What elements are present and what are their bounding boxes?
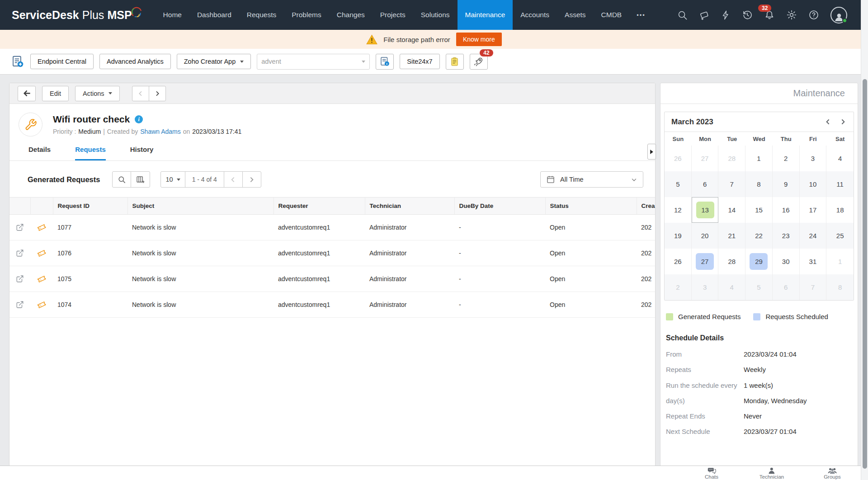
table-search-button[interactable] [112, 171, 131, 188]
know-more-button[interactable]: Know more [456, 33, 502, 46]
calendar-day[interactable]: 7 [800, 274, 827, 300]
calendar-day[interactable]: 5 [745, 274, 773, 300]
calendar-day[interactable]: 15 [745, 197, 773, 223]
calendar-day[interactable]: 27 [692, 146, 719, 171]
calendar-day[interactable]: 27 [692, 249, 719, 274]
calendar-day[interactable]: 29 [745, 249, 773, 274]
edit-button[interactable]: Edit [42, 86, 69, 101]
user-avatar[interactable] [830, 7, 847, 24]
create-ticket-icon[interactable] [699, 10, 709, 20]
calendar-day[interactable]: 20 [692, 223, 719, 249]
zoho-creator-dropdown[interactable]: Zoho Creator App [177, 54, 251, 69]
nav-item-solutions[interactable]: Solutions [413, 0, 458, 30]
nav-item-requests[interactable]: Requests [239, 0, 284, 30]
site24x7-button[interactable]: Site24x7 [400, 54, 439, 69]
nav-item-home[interactable]: Home [156, 0, 189, 30]
integration-search-input[interactable] [261, 58, 362, 65]
calendar-day[interactable]: 12 [665, 197, 692, 223]
calendar-day[interactable]: 25 [826, 223, 854, 249]
calendar-day[interactable]: 5 [665, 171, 692, 197]
open-request-cell[interactable] [9, 266, 30, 292]
calendar-day[interactable]: 3 [692, 274, 719, 300]
calendar-day[interactable]: 6 [773, 274, 800, 300]
nav-item-maintenance[interactable]: Maintenance [458, 0, 513, 30]
time-filter-dropdown[interactable]: All Time [540, 171, 643, 188]
tab-details[interactable]: Details [28, 146, 51, 160]
info-icon[interactable]: i [135, 115, 143, 123]
column-chooser-button[interactable] [131, 171, 150, 188]
nav-item-changes[interactable]: Changes [329, 0, 373, 30]
tab-history[interactable]: History [130, 146, 154, 160]
calendar-day[interactable]: 2 [773, 146, 800, 171]
release-notes-button[interactable] [446, 54, 464, 70]
nav-more-button[interactable]: ••• [629, 12, 653, 19]
calendar-day[interactable]: 1 [826, 249, 854, 274]
calendar-day[interactable]: 2 [665, 274, 692, 300]
next-page-button[interactable] [242, 171, 261, 188]
page-size-dropdown[interactable]: 10 [160, 171, 185, 188]
calendar-prev-button[interactable] [824, 118, 832, 126]
whats-new-rocket-button[interactable]: 42 [470, 54, 488, 70]
calendar-day[interactable]: 26 [665, 249, 692, 274]
quick-actions-icon[interactable] [721, 10, 731, 20]
nav-item-problems[interactable]: Problems [284, 0, 329, 30]
nav-item-dashboard[interactable]: Dashboard [189, 0, 239, 30]
table-row[interactable]: 1076Network is slowadventcustomreq1Admin… [9, 240, 655, 266]
calendar-day[interactable]: 13 [692, 197, 719, 223]
sidebar-collapse-toggle[interactable] [647, 144, 656, 160]
nav-item-assets[interactable]: Assets [557, 0, 594, 30]
calendar-day[interactable]: 1 [745, 146, 773, 171]
back-button[interactable] [18, 86, 36, 101]
calendar-day[interactable]: 17 [800, 197, 827, 223]
previous-page-button[interactable] [224, 171, 243, 188]
calendar-day[interactable]: 8 [745, 171, 773, 197]
search-icon[interactable] [677, 10, 688, 20]
calendar-day[interactable]: 14 [718, 197, 745, 223]
calendar-day[interactable]: 10 [800, 171, 827, 197]
previous-record-button[interactable] [132, 86, 149, 101]
calendar-day[interactable]: 28 [718, 249, 745, 274]
notifications-bell-icon[interactable]: 32 [764, 9, 775, 20]
scrollbar-thumb[interactable] [863, 79, 867, 469]
help-icon[interactable] [808, 9, 819, 20]
groups-button[interactable]: Groups [824, 467, 841, 480]
calendar-day[interactable]: 7 [718, 171, 745, 197]
calendar-next-button[interactable] [839, 118, 847, 126]
nav-item-cmdb[interactable]: CMDB [594, 0, 630, 30]
calendar-day[interactable]: 26 [665, 146, 692, 171]
calendar-day[interactable]: 28 [718, 146, 745, 171]
calendar-day[interactable]: 4 [826, 146, 854, 171]
calendar-day[interactable]: 19 [665, 223, 692, 249]
settings-gear-icon[interactable] [786, 9, 797, 20]
tab-requests[interactable]: Requests [75, 146, 106, 160]
calendar-day[interactable]: 3 [800, 146, 827, 171]
chats-button[interactable]: Chats [705, 467, 718, 480]
calendar-day[interactable]: 6 [692, 171, 719, 197]
calendar-day[interactable]: 23 [773, 223, 800, 249]
calendar-day[interactable]: 21 [718, 223, 745, 249]
table-row[interactable]: 1074Network is slowadventcustomreq1Admin… [9, 292, 655, 318]
calendar-day[interactable]: 18 [826, 197, 854, 223]
calendar-day[interactable]: 8 [826, 274, 854, 300]
calendar-day[interactable]: 31 [800, 249, 827, 274]
nav-item-projects[interactable]: Projects [373, 0, 413, 30]
calendar-day[interactable]: 16 [773, 197, 800, 223]
history-icon[interactable] [742, 9, 753, 20]
integration-info-button[interactable] [376, 54, 394, 70]
open-request-cell[interactable] [9, 215, 30, 240]
add-integration-icon[interactable] [11, 55, 24, 68]
actions-dropdown[interactable]: Actions [75, 86, 120, 101]
calendar-day[interactable]: 22 [745, 223, 773, 249]
table-row[interactable]: 1075Network is slowadventcustomreq1Admin… [9, 266, 655, 292]
technician-button[interactable]: Technician [760, 467, 784, 480]
calendar-day[interactable]: 24 [800, 223, 827, 249]
calendar-day[interactable]: 4 [718, 274, 745, 300]
calendar-day[interactable]: 11 [826, 171, 854, 197]
calendar-day[interactable]: 30 [773, 249, 800, 274]
calendar-day[interactable]: 9 [773, 171, 800, 197]
created-by-user-link[interactable]: Shawn Adams [140, 128, 181, 135]
nav-item-accounts[interactable]: Accounts [513, 0, 557, 30]
open-request-cell[interactable] [9, 240, 30, 266]
next-record-button[interactable] [149, 86, 166, 101]
integration-search-field[interactable] [257, 54, 370, 70]
